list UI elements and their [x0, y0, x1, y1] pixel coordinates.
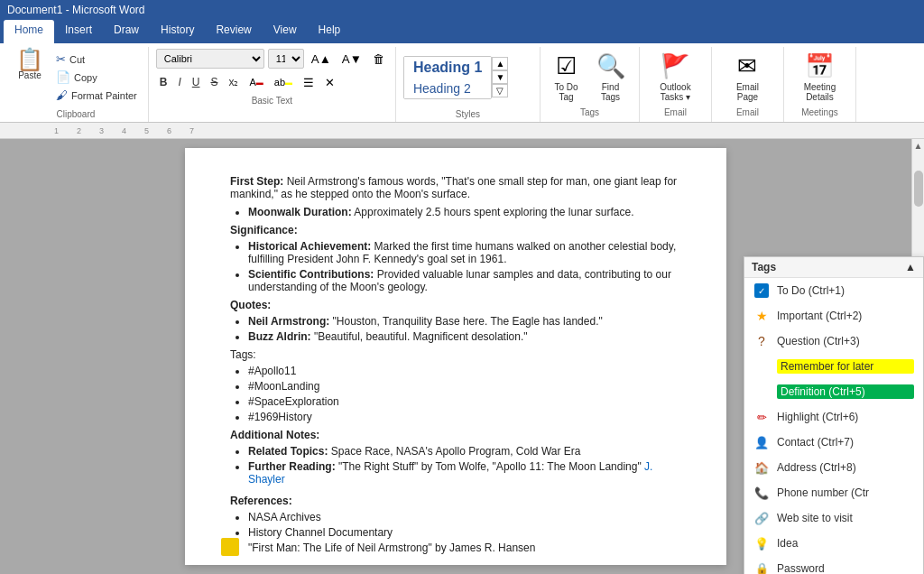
heading2-style[interactable]: Heading 2: [404, 79, 491, 98]
align-button[interactable]: ☰: [300, 72, 318, 92]
heading1-style[interactable]: Heading 1: [404, 57, 491, 79]
tags-dropdown-list: To Do (Ctrl+1) ★ Important (Ctrl+2) ? Qu…: [744, 278, 923, 574]
tab-review[interactable]: Review: [205, 20, 262, 43]
ribbon-tabs: Home Insert Draw History Review View Hel…: [0, 20, 924, 43]
styles-expand[interactable]: ▽: [492, 84, 508, 97]
clipboard-label: Clipboard: [11, 107, 141, 122]
italic-button[interactable]: I: [174, 72, 184, 92]
tag-item-2: #SpaceExploration: [248, 395, 681, 408]
paste-button[interactable]: 📋 Paste: [11, 47, 49, 82]
clipboard-group: 📋 Paste ✂ Cut 📄 Copy 🖌 Format Painter Cl…: [4, 47, 149, 122]
tag-website[interactable]: 🔗 Web site to visit: [744, 505, 923, 531]
quotes-heading: Quotes:: [230, 299, 681, 311]
buzz-quote-text: "Beautiful, beautiful. Magnificent desol…: [314, 330, 528, 343]
tab-home[interactable]: Home: [4, 20, 54, 43]
tag-phone[interactable]: 📞 Phone number (Ctr: [744, 480, 923, 505]
tag-todo-label: To Do (Ctrl+1): [777, 284, 914, 297]
tag-remember[interactable]: Remember for later: [744, 354, 923, 379]
bold-button[interactable]: B: [156, 72, 171, 92]
ref-item-1: History Channel Documentary: [248, 526, 681, 539]
significance-label: Significance:: [230, 224, 298, 236]
copy-label: Copy: [74, 72, 97, 83]
clipboard-small-buttons: ✂ Cut 📄 Copy 🖌 Format Painter: [52, 47, 141, 104]
idea-icon: 💡: [754, 537, 769, 551]
meeting-details-button[interactable]: 📅 MeetingDetails: [799, 49, 842, 106]
email-icon: ✉: [737, 52, 757, 80]
tags-dropdown-scroll-up[interactable]: ▲: [905, 261, 916, 273]
email-page-button[interactable]: ✉ EmailPage: [731, 49, 764, 106]
tab-view[interactable]: View: [263, 20, 308, 43]
format-painter-icon: 🖌: [56, 88, 68, 102]
subscript-button[interactable]: x₂: [225, 72, 242, 92]
further-item: Further Reading: "The Right Stuff" by To…: [248, 460, 681, 486]
highlight-button[interactable]: ab▬: [271, 72, 296, 92]
remember-tag-icon: [753, 358, 770, 375]
title-bar: Document1 - Microsoft Word: [0, 0, 924, 20]
phone-icon: 📞: [754, 486, 769, 500]
tag-highlight[interactable]: ✏ Highlight (Ctrl+6): [744, 404, 923, 430]
tag-password[interactable]: 🔒 Password: [744, 556, 923, 574]
tag-highlight-label: Highlight (Ctrl+6): [777, 411, 914, 423]
moonwalk-item: Moonwalk Duration: Approximately 2.5 hou…: [248, 206, 681, 218]
text-color-button[interactable]: A▬: [245, 72, 266, 92]
tag-definition[interactable]: Definition (Ctrl+5): [744, 379, 923, 404]
decrease-font-button[interactable]: A▼: [338, 49, 365, 69]
tag-important-label: Important (Ctrl+2): [777, 310, 914, 322]
tag-contact[interactable]: 👤 Contact (Ctrl+7): [744, 430, 923, 455]
cut-button[interactable]: ✂ Cut: [52, 51, 141, 68]
font-size-select[interactable]: 11: [268, 49, 304, 69]
website-tag-icon: 🔗: [753, 510, 770, 526]
significance-heading: Significance:: [230, 224, 681, 236]
email-label: EmailPage: [736, 82, 759, 102]
meeting-icon: 📅: [805, 52, 834, 80]
idea-tag-icon: 💡: [753, 535, 770, 551]
meetings-group-label: Meetings: [801, 106, 838, 120]
styles-content: Heading 1 Heading 2 ▲ ▼ ▽: [403, 47, 532, 107]
quotes-list: Neil Armstrong: "Houston, Tranquility Ba…: [248, 315, 681, 343]
tag-idea-label: Idea: [777, 537, 914, 550]
clear-formatting-button[interactable]: 🗑: [369, 49, 388, 69]
tag-todo[interactable]: To Do (Ctrl+1): [744, 278, 923, 303]
tab-history[interactable]: History: [150, 20, 205, 43]
find-tags-button[interactable]: 🔍 FindTags: [591, 49, 631, 106]
tags-group: ☑ To DoTag 🔍 FindTags Tags: [541, 47, 640, 122]
neil-name: Neil Armstrong:: [248, 315, 329, 328]
styles-scroll: ▲ ▼ ▽: [492, 57, 508, 97]
font-name-select[interactable]: Calibri: [156, 49, 264, 69]
strikethrough-button[interactable]: S: [207, 72, 221, 92]
ref-item-0: NASA Archives: [248, 511, 681, 523]
further-label: Further Reading:: [248, 460, 336, 473]
tag-important[interactable]: ★ Important (Ctrl+2): [744, 303, 923, 329]
tab-insert[interactable]: Insert: [54, 20, 103, 43]
historical-item: Historical Achievement: Marked the first…: [248, 240, 681, 265]
buzz-name: Buzz Aldrin:: [248, 330, 311, 343]
styles-label: Styles: [403, 107, 532, 122]
ref-item-2: "First Man: The Life of Neil Armstrong" …: [248, 542, 681, 554]
format-painter-button[interactable]: 🖌 Format Painter: [52, 87, 141, 104]
tag-remember-label: Remember for later: [777, 359, 914, 374]
tag-address[interactable]: 🏠 Address (Ctrl+8): [744, 455, 923, 480]
tag-question[interactable]: ? Question (Ctrl+3): [744, 329, 923, 354]
address-tag-icon: 🏠: [753, 459, 770, 476]
scrollbar-thumb[interactable]: [914, 171, 923, 207]
styles-scroll-down[interactable]: ▼: [492, 70, 508, 84]
format-painter-label: Format Painter: [71, 90, 137, 101]
copy-button[interactable]: 📄 Copy: [52, 69, 141, 86]
scientific-item: Scientific Contributions: Provided valua…: [248, 268, 681, 293]
tags-dropdown-title: Tags: [752, 261, 776, 273]
outlook-icon: 🚩: [661, 52, 689, 80]
ribbon-body: 📋 Paste ✂ Cut 📄 Copy 🖌 Format Painter Cl…: [0, 43, 924, 123]
paste-icon: 📋: [16, 49, 43, 70]
underline-button[interactable]: U: [189, 72, 204, 92]
ruler-marks: 1 2 3 4 5 6 7: [54, 126, 870, 135]
tag-idea[interactable]: 💡 Idea: [744, 531, 923, 556]
indent-button[interactable]: ✕: [321, 72, 338, 92]
tab-help[interactable]: Help: [308, 20, 352, 43]
increase-font-button[interactable]: A▲: [308, 49, 335, 69]
tab-draw[interactable]: Draw: [103, 20, 150, 43]
outlook-tasks-button[interactable]: 🚩 OutlookTasks ▾: [654, 49, 696, 106]
outlook-group: 🚩 OutlookTasks ▾ Email: [640, 47, 712, 122]
styles-scroll-up[interactable]: ▲: [492, 57, 508, 70]
todo-tag-button[interactable]: ☑ To DoTag: [549, 49, 583, 106]
scrollbar-up-arrow[interactable]: ▲: [912, 139, 924, 153]
